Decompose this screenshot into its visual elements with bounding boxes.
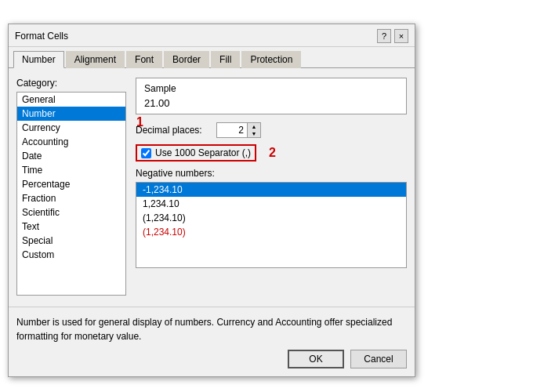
category-item-date[interactable]: Date (17, 149, 125, 163)
negative-item-1[interactable]: 1,234.10 (136, 197, 406, 211)
spreadsheet-background: Format Cells ? × Number Alignment Font B… (0, 0, 533, 392)
negative-item-0[interactable]: -1,234.10 (136, 183, 406, 197)
description-section: Number is used for general display of nu… (9, 307, 415, 343)
annotation-2: 2 (269, 146, 276, 160)
sample-label: Sample (144, 83, 398, 94)
dialog-content: Category: General Number Currency Accoun… (9, 68, 415, 303)
category-item-fraction[interactable]: Fraction (17, 191, 125, 205)
decimal-places-row: Decimal places: ▲ ▼ (136, 122, 407, 138)
dialog-close-button[interactable]: × (394, 29, 408, 43)
category-item-general[interactable]: General (17, 93, 125, 107)
tabs-bar: Number Alignment Font Border Fill Protec… (9, 47, 415, 68)
negative-numbers-list[interactable]: -1,234.10 1,234.10 (1,234.10) (1,234.10) (136, 182, 407, 268)
dialog-buttons: OK Cancel (9, 343, 415, 376)
tab-alignment[interactable]: Alignment (66, 51, 125, 68)
category-item-text[interactable]: Text (17, 220, 125, 234)
dialog-title: Format Cells (15, 31, 68, 42)
category-item-custom[interactable]: Custom (17, 248, 125, 262)
tab-number[interactable]: Number (13, 51, 64, 68)
sample-value: 21.00 (144, 97, 398, 109)
tab-protection[interactable]: Protection (241, 51, 301, 68)
category-item-accounting[interactable]: Accounting (17, 135, 125, 149)
negative-item-3[interactable]: (1,234.10) (136, 225, 406, 239)
dialog-titlebar: Format Cells ? × (9, 24, 415, 47)
sample-section: Sample 21.00 (136, 78, 407, 114)
spinner-up-button[interactable]: ▲ (248, 123, 260, 130)
spinner-down-button[interactable]: ▼ (248, 130, 260, 137)
category-item-number[interactable]: Number (17, 107, 125, 121)
negative-item-2[interactable]: (1,234.10) (136, 211, 406, 225)
decimal-places-input[interactable] (216, 122, 248, 138)
dialog-controls: ? × (377, 29, 408, 43)
category-item-scientific[interactable]: Scientific (17, 205, 125, 220)
annotation-1: 1 (136, 115, 143, 129)
dialog-help-button[interactable]: ? (377, 29, 391, 43)
decimal-places-label: Decimal places: (136, 125, 210, 136)
description-text: Number is used for general display of nu… (16, 317, 392, 342)
category-item-time[interactable]: Time (17, 163, 125, 177)
negative-numbers-section: Negative numbers: -1,234.10 1,234.10 (1,… (136, 168, 407, 268)
tab-border[interactable]: Border (164, 51, 209, 68)
controls-section: Decimal places: ▲ ▼ (136, 122, 407, 162)
category-list[interactable]: General Number Currency Accounting Date … (16, 92, 126, 296)
category-item-special[interactable]: Special (17, 234, 125, 248)
category-label: Category: (16, 78, 126, 89)
tab-fill[interactable]: Fill (211, 51, 240, 68)
category-item-currency[interactable]: Currency (17, 121, 125, 135)
format-cells-dialog: Format Cells ? × Number Alignment Font B… (8, 24, 415, 377)
separator-label: Use 1000 Separator (,) (155, 147, 251, 158)
cancel-button[interactable]: Cancel (350, 350, 407, 368)
decimal-places-spinner: ▲ ▼ (216, 122, 261, 138)
separator-row: Use 1000 Separator (,) 2 (136, 144, 407, 162)
negative-numbers-label: Negative numbers: (136, 168, 407, 179)
separator-checkbox[interactable] (141, 148, 151, 158)
category-list-wrapper: General Number Currency Accounting Date … (16, 92, 126, 296)
dialog-overlay: Format Cells ? × Number Alignment Font B… (0, 0, 533, 392)
right-panel: Sample 21.00 Decimal places: ▲ (136, 78, 407, 296)
tab-font[interactable]: Font (126, 51, 162, 68)
category-section: Category: General Number Currency Accoun… (16, 78, 126, 296)
category-item-percentage[interactable]: Percentage (17, 177, 125, 191)
separator-checkbox-wrapper[interactable]: Use 1000 Separator (,) (136, 144, 256, 162)
ok-button[interactable]: OK (288, 350, 344, 368)
spinner-buttons: ▲ ▼ (248, 122, 261, 138)
